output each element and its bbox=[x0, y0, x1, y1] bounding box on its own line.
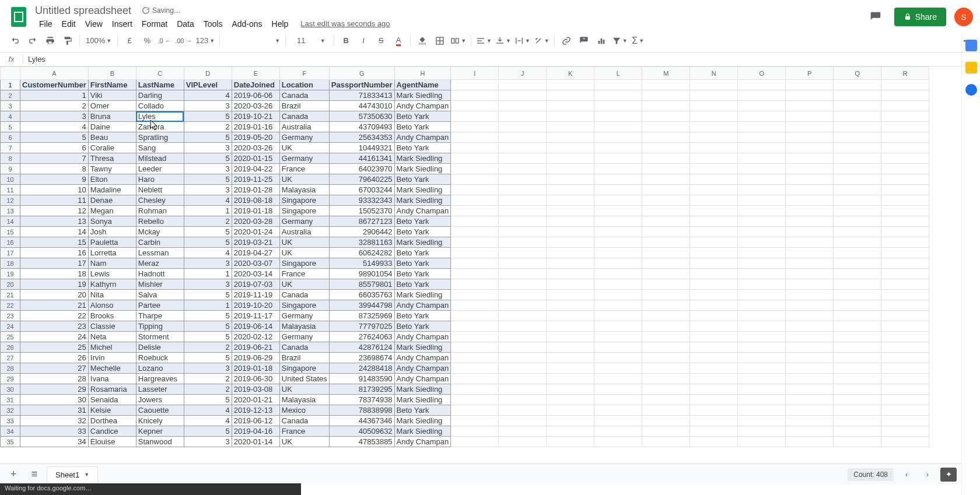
cell[interactable]: 2019-12-13 bbox=[232, 405, 279, 416]
cell[interactable] bbox=[499, 132, 547, 143]
cell[interactable] bbox=[499, 426, 547, 437]
cell[interactable]: 44161341 bbox=[329, 153, 394, 164]
cell[interactable] bbox=[594, 101, 642, 111]
cell[interactable] bbox=[594, 216, 642, 227]
cell[interactable]: UK bbox=[279, 237, 329, 248]
cell[interactable]: Andy Champan bbox=[394, 300, 451, 311]
cell[interactable]: 2019-03-08 bbox=[232, 384, 279, 395]
cell[interactable]: 8 bbox=[20, 164, 89, 174]
cell[interactable]: 3 bbox=[184, 164, 232, 174]
cell[interactable] bbox=[547, 195, 594, 206]
row-header[interactable]: 20 bbox=[1, 279, 20, 290]
cell[interactable] bbox=[499, 111, 547, 122]
cell[interactable] bbox=[499, 311, 547, 321]
cell[interactable]: FirstName bbox=[88, 80, 136, 90]
cell[interactable]: Elton bbox=[88, 174, 136, 185]
cell[interactable] bbox=[834, 342, 881, 353]
cell[interactable]: 2019-04-16 bbox=[232, 426, 279, 437]
cell[interactable] bbox=[547, 395, 594, 405]
cell[interactable] bbox=[834, 374, 881, 384]
cell[interactable]: 85579801 bbox=[329, 279, 394, 290]
cell[interactable] bbox=[690, 216, 738, 227]
cell[interactable] bbox=[594, 143, 642, 153]
cell[interactable]: 28 bbox=[20, 374, 89, 384]
cell[interactable] bbox=[834, 153, 881, 164]
cell[interactable]: Mark Siedling bbox=[394, 342, 451, 353]
cell[interactable] bbox=[690, 195, 738, 206]
cell[interactable] bbox=[547, 342, 594, 353]
cell[interactable]: Tipping bbox=[136, 321, 184, 332]
cell[interactable]: 1 bbox=[184, 269, 232, 279]
cell[interactable]: Bruna bbox=[88, 111, 136, 122]
select-all-corner[interactable] bbox=[1, 67, 20, 80]
cell[interactable] bbox=[547, 174, 594, 185]
cell[interactable] bbox=[451, 416, 499, 426]
column-header-A[interactable]: A bbox=[20, 67, 89, 80]
cell[interactable] bbox=[642, 237, 690, 248]
cell[interactable]: Beto Yark bbox=[394, 279, 451, 290]
column-header-D[interactable]: D bbox=[184, 67, 232, 80]
menu-add-ons[interactable]: Add-ons bbox=[228, 18, 266, 30]
cell[interactable] bbox=[451, 363, 499, 374]
cell[interactable]: Elouise bbox=[88, 437, 136, 447]
cell[interactable]: Beto Yark bbox=[394, 248, 451, 258]
cell[interactable]: Canada bbox=[279, 342, 329, 353]
cell[interactable] bbox=[594, 311, 642, 321]
cell[interactable] bbox=[642, 248, 690, 258]
cell[interactable] bbox=[451, 374, 499, 384]
cell[interactable]: Coralie bbox=[88, 143, 136, 153]
cell[interactable]: Germany bbox=[279, 153, 329, 164]
cell[interactable] bbox=[786, 395, 834, 405]
cell[interactable] bbox=[834, 101, 881, 111]
cell[interactable] bbox=[451, 353, 499, 363]
cell[interactable] bbox=[547, 384, 594, 395]
cell[interactable] bbox=[738, 111, 786, 122]
cell[interactable] bbox=[738, 342, 786, 353]
cell[interactable] bbox=[786, 185, 834, 195]
cell[interactable] bbox=[881, 300, 929, 311]
cell[interactable] bbox=[547, 111, 594, 122]
row-header[interactable]: 4 bbox=[1, 111, 20, 122]
cell[interactable]: 2019-06-06 bbox=[232, 90, 279, 101]
column-header-M[interactable]: M bbox=[642, 67, 690, 80]
cell[interactable]: 2020-03-26 bbox=[232, 143, 279, 153]
cell[interactable]: 98901054 bbox=[329, 269, 394, 279]
cell[interactable] bbox=[547, 300, 594, 311]
cell[interactable] bbox=[834, 426, 881, 437]
cell[interactable]: Tawny bbox=[88, 164, 136, 174]
cell[interactable] bbox=[547, 405, 594, 416]
row-header[interactable]: 3 bbox=[1, 101, 20, 111]
cell[interactable]: Nita bbox=[88, 290, 136, 300]
cell[interactable] bbox=[834, 332, 881, 342]
cell[interactable]: 2020-03-07 bbox=[232, 258, 279, 269]
cell[interactable]: Sang bbox=[136, 143, 184, 153]
cell[interactable] bbox=[594, 290, 642, 300]
column-header-O[interactable]: O bbox=[738, 67, 786, 80]
cell[interactable] bbox=[738, 384, 786, 395]
cell[interactable] bbox=[547, 311, 594, 321]
insert-comment-button[interactable]: + bbox=[576, 33, 592, 49]
cell[interactable]: 32 bbox=[20, 416, 89, 426]
cell[interactable] bbox=[499, 153, 547, 164]
cell[interactable] bbox=[786, 195, 834, 206]
cell[interactable] bbox=[881, 437, 929, 447]
cell[interactable] bbox=[642, 311, 690, 321]
cell[interactable] bbox=[451, 332, 499, 342]
cell[interactable]: Andy Champan bbox=[394, 206, 451, 216]
menu-data[interactable]: Data bbox=[173, 18, 198, 30]
row-header[interactable]: 6 bbox=[1, 132, 20, 143]
cell[interactable] bbox=[834, 437, 881, 447]
cell[interactable] bbox=[881, 342, 929, 353]
cell[interactable] bbox=[451, 342, 499, 353]
cell[interactable] bbox=[738, 101, 786, 111]
cell[interactable] bbox=[690, 237, 738, 248]
cell[interactable] bbox=[738, 405, 786, 416]
column-header-R[interactable]: R bbox=[881, 67, 929, 80]
cell[interactable] bbox=[451, 384, 499, 395]
cell[interactable]: France bbox=[279, 164, 329, 174]
cell[interactable] bbox=[881, 153, 929, 164]
cell[interactable] bbox=[786, 269, 834, 279]
cell[interactable]: 2 bbox=[184, 122, 232, 132]
cell[interactable] bbox=[642, 269, 690, 279]
cell[interactable] bbox=[690, 290, 738, 300]
